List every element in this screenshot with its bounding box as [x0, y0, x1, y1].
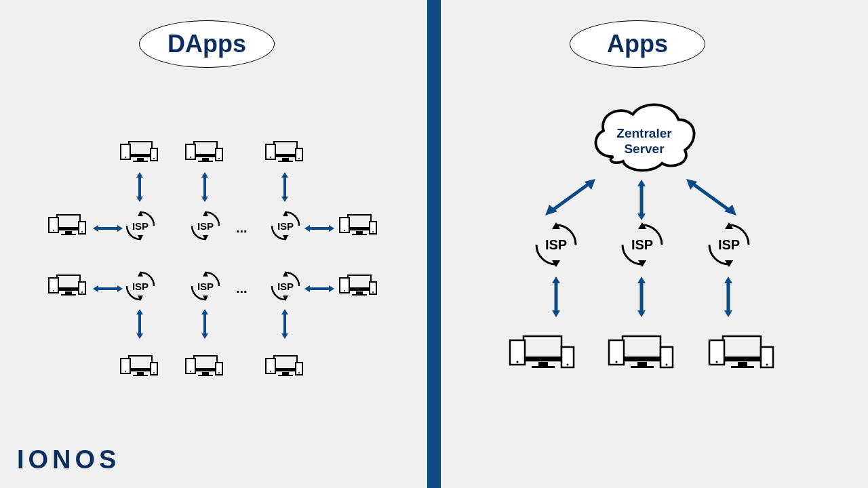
isp-label: ISP	[545, 237, 567, 253]
isp-node: ISP	[124, 270, 157, 302]
device-node	[119, 353, 160, 380]
dapps-title: DApps	[139, 20, 275, 68]
device-node	[338, 272, 379, 300]
arrow-vertical-icon	[281, 172, 288, 202]
apps-title-label: Apps	[607, 30, 668, 58]
device-node	[119, 139, 160, 166]
arrow-vertical-icon	[552, 277, 560, 317]
ellipsis-label: ...	[236, 220, 248, 236]
arrow-horizontal-icon	[93, 283, 123, 289]
device-node	[184, 353, 225, 380]
arrow-vertical-icon	[201, 172, 208, 202]
arrow-vertical-icon	[281, 309, 288, 339]
isp-node: ISP	[189, 270, 222, 302]
isp-node: ISP	[618, 221, 666, 268]
arrow-diagonal-icon	[542, 178, 597, 218]
device-node	[338, 212, 379, 239]
device-node	[264, 139, 305, 166]
svg-line-29	[551, 183, 590, 211]
cloud-line2: Server	[624, 142, 664, 156]
arrow-diagonal-icon	[685, 178, 739, 218]
vertical-divider	[427, 0, 441, 488]
apps-title: Apps	[570, 20, 705, 68]
isp-node: ISP	[269, 209, 302, 242]
arrow-horizontal-icon	[304, 222, 334, 229]
device-node	[708, 332, 776, 373]
arrow-vertical-icon	[724, 277, 732, 317]
device-node	[47, 212, 88, 239]
isp-label: ISP	[631, 237, 653, 253]
cloud-line1: Zentraler	[616, 126, 671, 140]
device-node	[264, 353, 305, 380]
central-server-cloud: Zentraler Server	[587, 95, 702, 176]
dapps-panel: DApps ISP ISP ... ISP ISP ISP ... ISP	[0, 0, 427, 488]
isp-node: ISP	[189, 209, 222, 242]
arrow-vertical-icon	[637, 180, 646, 220]
brand-logo: IONOS	[17, 445, 120, 474]
isp-label: ISP	[197, 281, 214, 292]
ellipsis-label: ...	[236, 281, 248, 296]
isp-label: ISP	[277, 281, 294, 292]
isp-node: ISP	[705, 221, 753, 268]
isp-node: ISP	[269, 270, 302, 302]
isp-label: ISP	[277, 220, 294, 232]
isp-label: ISP	[132, 220, 149, 232]
arrow-horizontal-icon	[304, 283, 334, 289]
arrow-vertical-icon	[637, 277, 646, 317]
arrow-vertical-icon	[136, 172, 143, 202]
cloud-label: Zentraler Server	[587, 126, 702, 157]
arrow-vertical-icon	[136, 309, 143, 339]
device-node	[608, 332, 675, 373]
svg-line-32	[692, 183, 731, 211]
isp-label: ISP	[132, 281, 149, 292]
apps-panel: Apps Zentraler Server ISP ISP ISP	[441, 0, 868, 488]
isp-label: ISP	[718, 237, 740, 253]
device-node	[47, 272, 88, 300]
isp-node: ISP	[532, 221, 580, 268]
arrow-horizontal-icon	[93, 222, 123, 229]
dapps-title-label: DApps	[167, 30, 246, 58]
isp-label: ISP	[197, 220, 214, 232]
device-node	[509, 332, 576, 373]
isp-node: ISP	[124, 209, 157, 242]
arrow-vertical-icon	[201, 309, 208, 339]
device-node	[184, 139, 225, 166]
